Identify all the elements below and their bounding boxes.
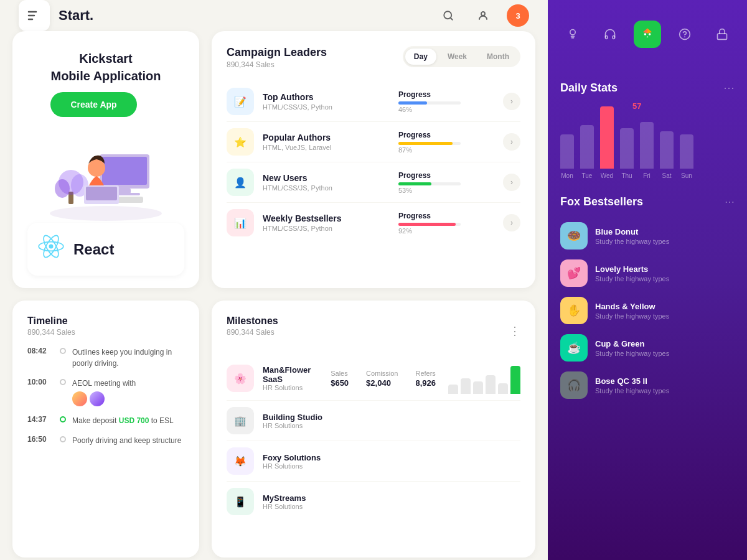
timeline-time: 16:50 (27, 435, 54, 444)
campaign-row-icon: ⭐ (227, 128, 254, 156)
campaign-row-chevron[interactable]: › (503, 133, 520, 151)
bestseller-image: 🎧 (560, 371, 588, 399)
campaign-row-icon: 👤 (227, 169, 254, 196)
bar-chart: 57 Mon Tue Wed Thu Fri Sat Sun (560, 105, 735, 179)
campaign-row-name: Weekly Bestsellers (263, 213, 398, 223)
avatar (72, 391, 87, 406)
milestone-name: Man&Flower SaaS (263, 365, 331, 384)
milestone-icon: 🌸 (227, 365, 254, 392)
bar-label: Wed (601, 172, 613, 179)
timeline-text: AEOL meeting with (72, 378, 136, 406)
sidebar-headphone-icon[interactable] (596, 21, 624, 48)
svg-point-32 (647, 36, 648, 37)
milestones-more[interactable]: ⋮ (509, 324, 520, 338)
sidebar-lock-icon[interactable] (708, 21, 736, 48)
campaign-row-tech: HTML/CSS/JS, Python (263, 103, 398, 111)
timeline-title: Timeline (27, 315, 184, 327)
tab-day[interactable]: Day (405, 49, 436, 65)
progress-bar (398, 182, 431, 185)
bar-wrap: Mon (560, 134, 574, 179)
timeline-dot (60, 348, 66, 354)
svg-rect-26 (613, 36, 614, 39)
sidebar-bulb-icon[interactable] (559, 21, 586, 48)
campaign-rows: 📝 Top Authors HTML/CSS/JS, Python Progre… (227, 82, 520, 243)
milestones-subtitle: 890,344 Sales (227, 328, 278, 337)
timeline-time: 08:42 (27, 347, 54, 355)
campaign-row-chevron[interactable]: › (503, 174, 520, 191)
milestone-row: 🌸 Man&Flower SaaS HR Solutions Sales $65… (227, 357, 520, 401)
bar (580, 125, 594, 169)
milestone-name: Foxy Solutions (263, 453, 520, 462)
bar-highlighted (600, 106, 614, 169)
milestone-row: 🦊 Foxy Solutions HR Solutions (227, 441, 520, 482)
progress-bar-wrap (398, 142, 461, 145)
svg-rect-9 (118, 189, 131, 194)
bestseller-sub: Study the highway types (595, 275, 735, 282)
kickstart-title: Kickstart Mobile Application (50, 50, 161, 85)
bar-label: Fri (643, 172, 651, 179)
notification-badge[interactable]: 3 (507, 4, 529, 27)
bestseller-item: 🎧 Bose QC 35 II Study the highway types (560, 366, 735, 404)
search-icon[interactable] (437, 4, 459, 27)
campaign-row: 📊 Weekly Bestsellers HTML/CSS/JS, Python… (227, 203, 520, 243)
svg-point-31 (649, 33, 651, 35)
bar-label: Thu (621, 172, 632, 179)
progress-bar (398, 142, 453, 145)
svg-point-20 (49, 244, 53, 248)
kickstart-card: Kickstart Mobile Application Create App (12, 31, 199, 288)
timeline-text: Make deposit USD 700 to ESL (72, 415, 174, 426)
timeline-event-text: Outlines keep you indulging in poorly dr… (72, 347, 184, 369)
svg-line-4 (450, 17, 452, 19)
app-title: Start. (59, 7, 93, 24)
campaign-row-info: Weekly Bestsellers HTML/CSS/JS, Python (263, 213, 398, 232)
stat-refers: Refers 8,926 (415, 370, 436, 388)
campaign-row-info: New Users HTML/CSS/JS, Python (263, 173, 398, 192)
campaign-row-tech: HTML/CSS/JS, Python (263, 225, 398, 232)
daily-stats-title: Daily Stats (560, 82, 618, 95)
milestone-sub: HR Solutions (263, 422, 520, 429)
fox-bestsellers-more[interactable]: ⋯ (725, 196, 735, 208)
timeline-event-text: AEOL meeting with (72, 378, 136, 389)
campaign-row-chevron[interactable]: › (503, 93, 520, 110)
bestseller-sub: Study the highway types (595, 238, 735, 245)
day-tabs: Day Week Month (403, 46, 520, 67)
bestseller-name: Lovely Hearts (595, 264, 735, 274)
user-icon[interactable] (472, 4, 494, 27)
mini-bar (448, 385, 458, 394)
milestone-row: 📱 MyStreams HR Solutions (227, 482, 520, 521)
mini-bar (498, 383, 508, 394)
tab-week[interactable]: Week (439, 49, 476, 65)
milestone-stats: Sales $650 Comission $2,040 Refers 8,926 (331, 370, 436, 388)
bestseller-item: ✋ Hands & Yellow Study the highway types (560, 292, 735, 329)
bar-wrap: Tue (580, 125, 594, 179)
sidebar: Daily Stats ⋯ 57 Mon Tue Wed Thu Fri Sat… (548, 0, 747, 560)
create-app-button[interactable]: Create App (50, 92, 136, 117)
svg-point-16 (88, 159, 105, 177)
campaign-row-chevron[interactable]: › (503, 214, 520, 231)
react-section: React (27, 223, 184, 276)
svg-rect-19 (86, 187, 117, 200)
react-label: React (73, 241, 114, 258)
milestone-icon: 🦊 (227, 447, 254, 475)
milestone-icon: 🏢 (227, 407, 254, 434)
bestseller-image: ☕ (560, 334, 588, 362)
tab-month[interactable]: Month (478, 49, 518, 65)
bestseller-name: Blue Donut (595, 227, 735, 236)
campaign-subtitle: 890,344 Sales (227, 60, 327, 69)
sidebar-fox-icon[interactable] (634, 21, 661, 48)
bestseller-image: ✋ (560, 297, 588, 324)
daily-stats-more[interactable]: ⋯ (723, 81, 735, 95)
campaign-row: 📝 Top Authors HTML/CSS/JS, Python Progre… (227, 82, 520, 122)
bestseller-image: 🍩 (560, 222, 588, 250)
svg-point-14 (55, 179, 70, 198)
progress-label: Progress (398, 131, 431, 139)
progress-label: Progress (398, 171, 431, 180)
milestone-info: Foxy Solutions HR Solutions (263, 453, 520, 470)
bestseller-sub: Study the highway types (595, 387, 735, 394)
campaign-row-icon: 📊 (227, 209, 254, 236)
campaign-row-name: Top Authors (263, 92, 398, 102)
progress-pct: 92% (398, 227, 412, 235)
progress-bar-wrap (398, 101, 461, 105)
campaign-title: Campaign Leaders (227, 46, 327, 59)
sidebar-question-icon[interactable] (671, 21, 698, 48)
